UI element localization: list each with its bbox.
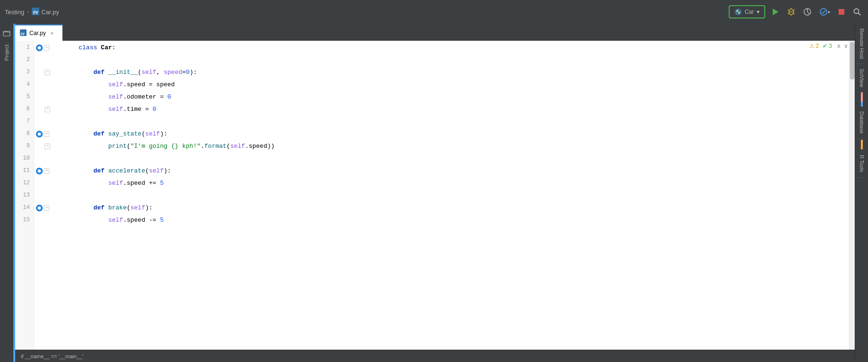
- stop-button[interactable]: [836, 6, 847, 18]
- svg-point-3: [736, 10, 738, 12]
- svg-line-10: [788, 9, 789, 10]
- code-line-8: def say_state(self):: [77, 128, 849, 140]
- code-container: 1 2 3 4 5 6 7 8 9 10 11 12 13 14 15: [15, 41, 855, 350]
- project-name[interactable]: Testing: [5, 9, 24, 16]
- run-config-button[interactable]: Car ▾: [729, 5, 765, 18]
- python-tab-icon: py: [20, 29, 27, 37]
- fold-9[interactable]: −: [45, 144, 50, 149]
- line-num-10: 10: [15, 153, 34, 165]
- fold-row-1: −: [34, 42, 77, 54]
- line-num-5: 5: [15, 91, 34, 103]
- toolbar: Testing › py Car.py Car ▾: [0, 0, 868, 24]
- project-tab[interactable]: Project: [2, 41, 11, 64]
- line-num-2: 2: [15, 54, 34, 66]
- bookmark-1[interactable]: [36, 45, 43, 51]
- left-sidebar: Project: [0, 24, 13, 362]
- bookmark-8[interactable]: [36, 131, 43, 137]
- fold-row-15: [34, 214, 77, 226]
- fold-11[interactable]: −: [44, 168, 49, 174]
- status-text: if __name__ == '__main__': [21, 353, 83, 359]
- tab-filename: Car.py: [29, 30, 46, 36]
- code-line-13: [77, 190, 849, 202]
- breadcrumb-filename: Car.py: [41, 9, 59, 16]
- stop-icon: [838, 8, 845, 16]
- code-line-11: def accelerate(self):: [77, 165, 849, 177]
- line-num-8: 8: [15, 128, 34, 140]
- profile-button[interactable]: [801, 6, 814, 18]
- run-config-label: Car: [745, 9, 754, 15]
- fold-row-4: [34, 79, 77, 91]
- code-line-3: def __init__(self, speed=0):: [77, 66, 849, 79]
- line-num-15: 15: [15, 214, 34, 226]
- fold-1[interactable]: −: [44, 45, 49, 51]
- svg-line-11: [794, 9, 795, 10]
- r-tools-tab[interactable]: R Tools: [857, 150, 867, 177]
- code-line-4: self.speed = speed: [77, 79, 849, 91]
- breadcrumb-file: py Car.py: [32, 8, 59, 17]
- svg-point-15: [820, 9, 827, 15]
- debug-button[interactable]: [785, 6, 797, 18]
- line-num-12: 12: [15, 177, 34, 190]
- fold-8[interactable]: −: [44, 131, 49, 137]
- editor-area: py Car.py × ⚠ 2 ✔ 3 ∧: [15, 24, 855, 362]
- svg-point-4: [738, 12, 740, 14]
- code-line-9: print("I'm going {} kph!".format(self.sp…: [77, 140, 849, 153]
- remote-host-tab[interactable]: Remote Host: [857, 24, 867, 64]
- debug-icon: [787, 8, 796, 16]
- search-button[interactable]: [851, 6, 863, 18]
- right-sidebar: Remote Host SciView Database R Tools: [855, 24, 868, 362]
- line-num-3: 3: [15, 66, 34, 79]
- code-line-10: [77, 153, 849, 165]
- svg-line-18: [858, 13, 860, 15]
- line-num-9: 9: [15, 140, 34, 153]
- python-file-icon: py: [32, 8, 39, 17]
- project-panel-icon[interactable]: [1, 27, 12, 39]
- svg-point-24: [38, 170, 41, 172]
- file-tab[interactable]: py Car.py ×: [15, 25, 63, 41]
- code-line-6: self.time = 0: [77, 103, 849, 116]
- line-num-11: 11: [15, 165, 34, 177]
- line-num-4: 4: [15, 79, 34, 91]
- coverage-button[interactable]: ▾: [817, 6, 832, 18]
- fold-column: − − −: [34, 41, 77, 350]
- bookmark-11[interactable]: [36, 168, 43, 174]
- run-config-dropdown-arrow: ▾: [757, 9, 760, 15]
- svg-text:py: py: [33, 9, 38, 14]
- tab-close-button[interactable]: ×: [49, 30, 55, 36]
- main-layout: Project py Car.py × ⚠: [0, 24, 868, 362]
- fold-6[interactable]: −: [45, 107, 50, 112]
- fold-row-14: −: [34, 202, 77, 214]
- run-button[interactable]: [769, 6, 781, 18]
- fold-row-13: [34, 190, 77, 202]
- fold-row-8: −: [34, 128, 77, 140]
- fold-row-9: −: [34, 140, 77, 153]
- search-icon: [853, 8, 861, 16]
- sciview-tab[interactable]: SciView: [857, 64, 867, 92]
- fold-row-3: −: [34, 66, 77, 79]
- fold-row-2: [34, 54, 77, 66]
- bookmark-14[interactable]: [36, 205, 43, 211]
- line-num-1: 1: [15, 42, 34, 54]
- code-line-12: self.speed += 5: [77, 177, 849, 190]
- folder-icon: [3, 29, 10, 37]
- code-line-2: [77, 54, 849, 66]
- fold-14[interactable]: −: [44, 205, 49, 211]
- fold-row-10: [34, 153, 77, 165]
- database-tab[interactable]: Database: [857, 107, 867, 139]
- code-line-14: def brake(self):: [77, 202, 849, 214]
- svg-point-22: [38, 46, 41, 49]
- fold-3[interactable]: −: [45, 70, 50, 75]
- code-editor[interactable]: class Car: def __init__(self, speed=0): …: [77, 41, 849, 350]
- coverage-arrow: ▾: [828, 9, 830, 15]
- scrollbar[interactable]: [849, 41, 855, 350]
- breadcrumb: Testing › py Car.py: [5, 8, 59, 17]
- svg-line-12: [788, 13, 789, 14]
- run-config-icon: [734, 8, 742, 16]
- breadcrumb-separator: ›: [27, 9, 29, 15]
- fold-row-6: −: [34, 103, 77, 116]
- profile-icon: [803, 8, 812, 16]
- code-line-1: class Car:: [77, 42, 849, 54]
- fold-row-11: −: [34, 165, 77, 177]
- svg-marker-5: [773, 9, 778, 15]
- svg-point-2: [735, 9, 741, 15]
